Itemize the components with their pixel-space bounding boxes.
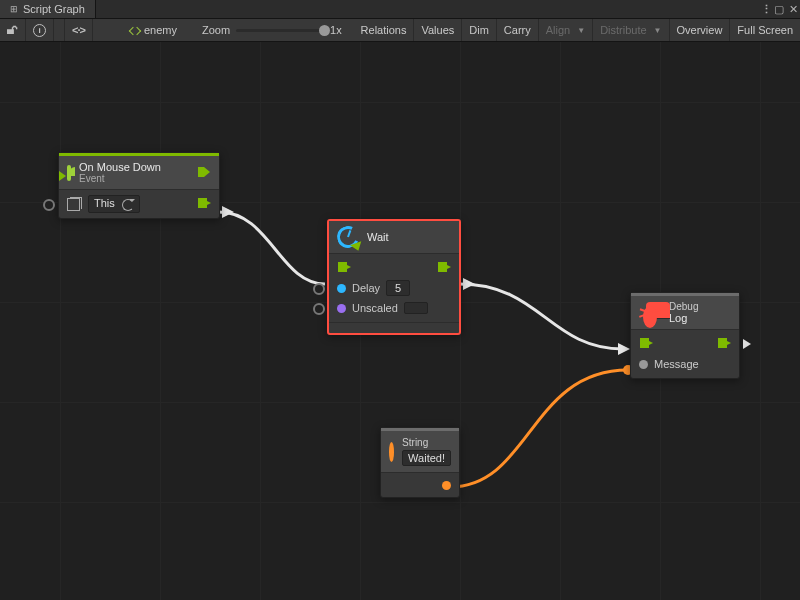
object-icon	[67, 198, 80, 211]
tab-title: Script Graph	[23, 3, 85, 15]
flow-input-port[interactable]	[337, 261, 351, 275]
flow-row	[631, 334, 739, 354]
string-type-icon	[389, 442, 394, 462]
message-row: Message	[631, 354, 739, 374]
flow-external-out[interactable]	[743, 339, 751, 349]
target-field[interactable]: This	[88, 195, 140, 212]
node-title: Wait	[367, 231, 389, 243]
breadcrumb-button[interactable]: <·>	[64, 19, 93, 41]
delay-row: Delay 5	[329, 278, 459, 298]
variable-icon	[130, 25, 140, 35]
overview-button[interactable]: Overview	[670, 19, 731, 41]
node-header[interactable]: Debug Log	[631, 296, 739, 330]
node-header[interactable]: String Waited!	[381, 431, 459, 473]
node-title: String	[402, 437, 451, 448]
chevron-down-icon: ▼	[654, 26, 662, 35]
node-title: Log	[669, 312, 698, 324]
flow-output-port[interactable]	[717, 337, 731, 351]
unscaled-label: Unscaled	[352, 302, 398, 314]
delay-label: Delay	[352, 282, 380, 294]
node-string-literal[interactable]: String Waited!	[380, 427, 460, 498]
lock-button[interactable]: 🔓︎	[0, 19, 26, 41]
lock-icon: 🔓︎	[7, 24, 18, 36]
relations-button[interactable]: Relations	[354, 19, 415, 41]
zoom-value: 1x	[330, 24, 342, 36]
node-wait[interactable]: Wait Delay 5 Unscaled	[327, 219, 461, 335]
bug-icon	[639, 303, 661, 323]
zoom-label: Zoom	[202, 24, 230, 36]
string-output-port[interactable]	[442, 481, 451, 490]
graph-inspector-button[interactable]: i	[26, 19, 54, 41]
node-title: On Mouse Down	[79, 161, 161, 173]
carry-button[interactable]: Carry	[497, 19, 539, 41]
target-input-port[interactable]	[43, 199, 55, 211]
delay-field[interactable]: 5	[386, 280, 410, 296]
node-on-mouse-down[interactable]: On Mouse Down Event This	[58, 152, 220, 219]
unscaled-row: Unscaled	[329, 298, 459, 318]
message-label: Message	[654, 358, 699, 370]
align-dropdown[interactable]: Align▼	[539, 19, 593, 41]
mouse-down-icon	[67, 167, 71, 179]
unscaled-checkbox[interactable]	[404, 302, 428, 314]
breadcrumb-var-name: enemy	[144, 24, 177, 36]
window-titlebar: ⊞ Script Graph ⋮ ▢ ✕	[0, 0, 800, 19]
zoom-slider[interactable]	[236, 29, 324, 32]
node-category: Debug	[669, 301, 698, 312]
flow-out-icon	[197, 166, 211, 180]
breadcrumb-variable[interactable]: enemy	[123, 19, 184, 41]
maximize-button[interactable]: ▢	[772, 3, 786, 16]
toolbar: 🔓︎ i <·> enemy Zoom 1x Relations Values …	[0, 19, 800, 42]
fullscreen-button[interactable]: Full Screen	[730, 19, 800, 41]
output-row	[381, 477, 459, 493]
flow-output-port[interactable]	[437, 261, 451, 275]
delay-input-port[interactable]	[313, 283, 325, 295]
graph-canvas[interactable]: On Mouse Down Event This	[0, 42, 800, 600]
tab-script-graph[interactable]: ⊞ Script Graph	[0, 0, 96, 18]
wait-icon	[337, 226, 359, 248]
close-button[interactable]: ✕	[786, 3, 800, 16]
chevron-down-icon: ▼	[577, 26, 585, 35]
unscaled-input-port[interactable]	[313, 303, 325, 315]
float-type-icon	[337, 284, 346, 293]
string-value-field[interactable]: Waited!	[402, 450, 451, 466]
flow-output-port[interactable]	[197, 197, 211, 211]
dim-button[interactable]: Dim	[462, 19, 497, 41]
breadcrumb-icon: <·>	[72, 24, 85, 36]
bool-type-icon	[337, 304, 346, 313]
target-port-row: This	[59, 194, 219, 214]
node-debug-log[interactable]: Debug Log Message	[630, 292, 740, 379]
hierarchy-icon: ⊞	[10, 4, 18, 14]
node-header[interactable]: On Mouse Down Event	[59, 156, 219, 190]
window-menu-button[interactable]: ⋮	[758, 3, 772, 16]
flow-row	[329, 258, 459, 278]
refresh-icon	[122, 199, 134, 211]
node-subtitle: Event	[79, 173, 161, 184]
flow-input-port[interactable]	[639, 337, 653, 351]
values-button[interactable]: Values	[414, 19, 462, 41]
distribute-dropdown[interactable]: Distribute▼	[593, 19, 669, 41]
object-type-icon	[639, 360, 648, 369]
info-icon: i	[33, 24, 46, 37]
node-header[interactable]: Wait	[329, 221, 459, 254]
